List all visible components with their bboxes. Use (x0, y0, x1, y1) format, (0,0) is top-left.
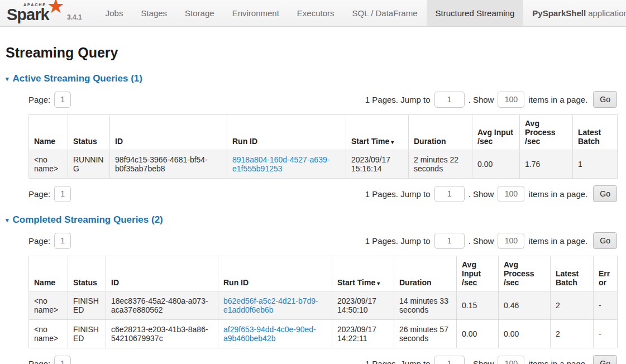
cell-name: <no name> (29, 320, 68, 348)
completed-pager-bottom: Page: 1 Pages. Jump to . Show items in a… (28, 355, 617, 364)
tab-storage[interactable]: Storage (176, 0, 223, 26)
run-id-link[interactable]: 8918a804-160d-4527-a639-e1f555b91253 (232, 155, 329, 173)
col-latest-batch[interactable]: Latest Batch (573, 115, 618, 150)
cell-id: c6e28213-e203-41b3-8a86-54210679937c (106, 320, 218, 348)
active-query-row: <no name> RUNNING 98f94c15-3966-4681-bf5… (29, 150, 618, 179)
jump-to-page-input[interactable] (434, 92, 465, 108)
go-button[interactable]: Go (593, 185, 617, 202)
cell-run-id: b62ed56f-a5c2-4d21-b7d9-e1add0f6eb6b (218, 291, 332, 320)
collapse-arrow-icon: ▾ (6, 217, 9, 223)
go-button[interactable]: Go (593, 91, 617, 108)
show-text: . Show (469, 95, 494, 104)
tab-executors[interactable]: Executors (288, 0, 343, 26)
col-start-time[interactable]: Start Time▾ (346, 115, 409, 150)
page-label: Page: (28, 95, 50, 104)
app-name-suffix: application UI (588, 8, 626, 18)
cell-name: <no name> (29, 291, 68, 320)
main-content: Streaming Query ▾ Active Streaming Queri… (0, 45, 626, 364)
total-pages-text: 1 Pages. Jump to (365, 236, 431, 246)
completed-section-body: Page: 1 Pages. Jump to . Show items in a… (28, 232, 617, 364)
cell-avg-input: 0.15 (457, 291, 499, 320)
items-text: items in a page. (528, 95, 587, 104)
completed-header-row: Name Status ID Run ID Start Time▾ Durati… (29, 256, 618, 291)
col-run-id[interactable]: Run ID (218, 256, 332, 291)
tab-stages[interactable]: Stages (132, 0, 176, 26)
sort-desc-icon: ▾ (377, 280, 380, 286)
total-pages-text: 1 Pages. Jump to (365, 359, 431, 364)
col-avg-process[interactable]: Avg Process /sec (520, 115, 573, 150)
tab-environment[interactable]: Environment (223, 0, 288, 26)
items-per-page-input[interactable] (498, 186, 524, 202)
items-text: items in a page. (528, 189, 587, 199)
col-name[interactable]: Name (29, 115, 68, 150)
cell-id: 18ec8376-45a2-480a-a073-aca37e880562 (106, 291, 218, 320)
col-status[interactable]: Status (68, 115, 110, 150)
col-avg-process[interactable]: Avg Process /sec (499, 256, 551, 291)
col-status[interactable]: Status (68, 256, 106, 291)
active-section-header[interactable]: ▾ Active Streaming Queries (1) (6, 73, 620, 84)
spark-logo: APACHE Spark ★ 3.4.1 (0, 0, 85, 26)
cell-start-time: 2023/09/17 15:16:14 (346, 150, 409, 179)
items-per-page-input[interactable] (498, 92, 524, 108)
col-latest-batch[interactable]: Latest Batch (551, 256, 594, 291)
run-id-link[interactable]: b62ed56f-a5c2-4d21-b7d9-e1add0f6eb6b (223, 296, 318, 314)
tab-jobs[interactable]: Jobs (97, 0, 132, 26)
total-pages-text: 1 Pages. Jump to (365, 189, 431, 199)
spark-wordmark: Spark (7, 6, 49, 24)
spark-star-icon: ★ (47, 0, 65, 16)
cell-run-id: af29f653-94dd-4c0e-90ed-a9b460beb42b (218, 320, 332, 348)
cell-duration: 14 minutes 33 seconds (394, 291, 457, 320)
cell-name: <no name> (29, 150, 68, 179)
page-number-input[interactable] (54, 92, 71, 108)
page-number-input[interactable] (54, 356, 71, 364)
cell-avg-input: 0.00 (472, 150, 520, 179)
jump-to-page-input[interactable] (434, 356, 465, 364)
page-label: Page: (28, 236, 50, 246)
app-name: PySparkShell (532, 8, 586, 18)
col-id[interactable]: ID (110, 115, 227, 150)
completed-query-row: <no name> FINISHED c6e28213-e203-41b3-8a… (29, 320, 618, 348)
tab-sql-dataframe[interactable]: SQL / DataFrame (343, 0, 427, 26)
page-label: Page: (28, 189, 50, 199)
cell-avg-process: 0.00 (499, 320, 551, 348)
nav-tabs: Jobs Stages Storage Environment Executor… (97, 0, 626, 26)
cell-latest-batch: 1 (573, 150, 618, 179)
completed-queries-table: Name Status ID Run ID Start Time▾ Durati… (28, 256, 618, 348)
sort-desc-icon: ▾ (391, 139, 394, 145)
cell-error: - (594, 291, 618, 320)
cell-avg-input: 0.00 (457, 320, 499, 348)
cell-status: RUNNING (68, 150, 110, 179)
col-avg-input[interactable]: Avg Input /sec (457, 256, 499, 291)
cell-duration: 2 minutes 22 seconds (409, 150, 472, 179)
completed-section-header[interactable]: ▾ Completed Streaming Queries (2) (6, 214, 620, 226)
col-duration[interactable]: Duration (394, 256, 457, 291)
jump-to-page-input[interactable] (434, 233, 465, 249)
completed-section-title: Completed Streaming Queries (2) (13, 214, 163, 226)
completed-pager-top: Page: 1 Pages. Jump to . Show items in a… (28, 232, 617, 249)
page-number-input[interactable] (54, 186, 71, 202)
tab-structured-streaming[interactable]: Structured Streaming (427, 0, 524, 26)
go-button[interactable]: Go (593, 232, 617, 249)
page-number-input[interactable] (54, 233, 71, 249)
col-avg-input[interactable]: Avg Input /sec (472, 115, 520, 150)
col-name[interactable]: Name (29, 256, 68, 291)
col-run-id[interactable]: Run ID (227, 115, 346, 150)
col-start-time[interactable]: Start Time▾ (332, 256, 394, 291)
run-id-link[interactable]: af29f653-94dd-4c0e-90ed-a9b460beb42b (223, 325, 316, 343)
go-button[interactable]: Go (593, 355, 617, 364)
jump-to-page-input[interactable] (434, 186, 465, 202)
cell-status: FINISHED (68, 291, 106, 320)
tab-app-name: PySparkShell application UI (523, 0, 626, 26)
cell-avg-process: 0.46 (499, 291, 551, 320)
show-text: . Show (469, 189, 494, 199)
active-section-body: Page: 1 Pages. Jump to . Show items in a… (28, 91, 617, 202)
items-per-page-input[interactable] (498, 233, 524, 249)
items-per-page-input[interactable] (498, 356, 524, 364)
cell-id: 98f94c15-3966-4681-bf54-b0f35ab7beb8 (110, 150, 227, 179)
page-title: Streaming Query (6, 45, 620, 61)
col-id[interactable]: ID (106, 256, 218, 291)
show-text: . Show (469, 236, 494, 246)
top-navbar: APACHE Spark ★ 3.4.1 Jobs Stages Storage… (0, 0, 626, 27)
col-duration[interactable]: Duration (409, 115, 472, 150)
col-error[interactable]: Error (594, 256, 618, 291)
